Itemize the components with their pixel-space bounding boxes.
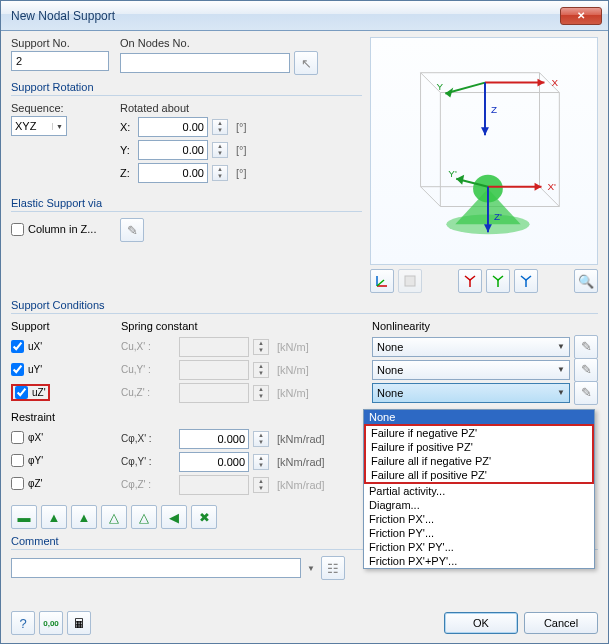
preview-toolbar: 🔍 <box>370 269 598 293</box>
cursor-icon: ↖ <box>301 57 312 70</box>
support-u-2-label: uZ' <box>32 387 46 398</box>
support-u-2-checkbox[interactable] <box>15 386 28 399</box>
on-nodes-input[interactable] <box>120 53 290 73</box>
support-header: Support <box>11 320 111 332</box>
chevron-down-icon[interactable]: ▼ <box>307 564 315 573</box>
rot-2-spinner[interactable]: ▲▼ <box>212 165 228 181</box>
support-no-input[interactable] <box>11 51 109 71</box>
spring-u-2-spinner: ▲▼ <box>253 385 269 401</box>
edit-icon: ✎ <box>581 363 592 376</box>
dialog-footer: ? 0,00 🖩 OK Cancel <box>11 611 598 635</box>
chevron-down-icon: ▼ <box>557 365 565 374</box>
support-u-0-checkbox[interactable] <box>11 340 24 353</box>
sequence-value: XYZ <box>15 120 36 132</box>
support-type-4-button[interactable]: △ <box>101 505 127 529</box>
dropdown-item-7[interactable]: Friction PX'... <box>364 512 594 526</box>
spring-phi-1-unit: [kNm/rad] <box>273 456 325 468</box>
spring-phi-1-label: Cφ,Y' : <box>121 456 175 467</box>
spring-phi-0-label: Cφ,X' : <box>121 433 175 444</box>
rot-1-input[interactable] <box>138 140 208 160</box>
nonlin-header: Nonlinearity <box>372 320 598 332</box>
cancel-button[interactable]: Cancel <box>524 612 598 634</box>
dropdown-item-3[interactable]: Failure all if negative PZ' <box>366 454 592 468</box>
magnifier-icon: 🔍 <box>578 275 594 288</box>
restraint-0-checkbox[interactable] <box>11 431 24 444</box>
restraint-2-checkbox[interactable] <box>11 477 24 490</box>
window-title: New Nodal Support <box>7 9 560 23</box>
rot-0-input[interactable] <box>138 117 208 137</box>
restraint-1-checkbox[interactable] <box>11 454 24 467</box>
view-cube-button[interactable] <box>398 269 422 293</box>
dropdown-item-8[interactable]: Friction PY'... <box>364 526 594 540</box>
nonlin-0-edit-button[interactable]: ✎ <box>574 335 598 359</box>
spring-u-0-input <box>179 337 249 357</box>
svg-rect-24 <box>405 276 415 286</box>
preview-3d[interactable]: X Y Z X' Y' <box>370 37 598 265</box>
view-y-button[interactable] <box>486 269 510 293</box>
close-button[interactable]: ✕ <box>560 7 602 25</box>
help-button[interactable]: ? <box>11 611 35 635</box>
view-axes-button[interactable] <box>370 269 394 293</box>
view-z-button[interactable] <box>514 269 538 293</box>
column-z-checkbox[interactable] <box>11 223 24 236</box>
restraint-header: Restraint <box>11 411 111 423</box>
spring-phi-2-spinner: ▲▼ <box>253 477 269 493</box>
ok-button[interactable]: OK <box>444 612 518 634</box>
nonlin-2-combo[interactable]: None▼ <box>372 383 570 403</box>
calculator-icon: 🖩 <box>73 617 86 630</box>
nonlin-1-edit-button[interactable]: ✎ <box>574 358 598 382</box>
spring-phi-0-spinner[interactable]: ▲▼ <box>253 431 269 447</box>
dialog-window: New Nodal Support ✕ Support No. On Nodes… <box>0 0 609 644</box>
elastic-edit-button[interactable]: ✎ <box>120 218 144 242</box>
nonlin-1-combo[interactable]: None▼ <box>372 360 570 380</box>
pick-nodes-button[interactable]: ↖ <box>294 51 318 75</box>
nonlinearity-dropdown-list[interactable]: NoneFailure if negative PZ'Failure if po… <box>363 409 595 569</box>
svg-marker-15 <box>456 175 464 185</box>
svg-marker-13 <box>535 183 542 191</box>
dropdown-item-10[interactable]: Friction PX'+PY'... <box>364 554 594 568</box>
comment-library-button[interactable]: ☷ <box>321 556 345 580</box>
spring-phi-2-label: Cφ,Z' : <box>121 479 175 490</box>
support-type-2-button[interactable]: ▲ <box>41 505 67 529</box>
spring-u-0-label: Cu,X' : <box>121 341 175 352</box>
restraint-1-label: φY' <box>28 455 43 466</box>
spring-phi-1-input[interactable] <box>179 452 249 472</box>
chevron-down-icon: ▼ <box>557 388 565 397</box>
rot-0-spinner[interactable]: ▲▼ <box>212 119 228 135</box>
support-type-5-button[interactable]: △ <box>131 505 157 529</box>
view-zoom-button[interactable]: 🔍 <box>574 269 598 293</box>
spring-phi-1-spinner[interactable]: ▲▼ <box>253 454 269 470</box>
view-x-button[interactable] <box>458 269 482 293</box>
spring-u-0-spinner: ▲▼ <box>253 339 269 355</box>
sequence-combo[interactable]: XYZ ▼ <box>11 116 67 136</box>
spring-u-1-label: Cu,Y' : <box>121 364 175 375</box>
support-type-3-button[interactable]: ▲ <box>71 505 97 529</box>
support-type-7-button[interactable]: ✖ <box>191 505 217 529</box>
spring-u-2-unit: [kN/m] <box>273 387 309 399</box>
dropdown-item-1[interactable]: Failure if negative PZ' <box>366 426 592 440</box>
dropdown-item-5[interactable]: Partial activity... <box>364 484 594 498</box>
spring-u-0-unit: [kN/m] <box>273 341 309 353</box>
nonlin-0-value: None <box>377 341 403 353</box>
rot-axis-label: Z: <box>120 167 134 179</box>
nonlin-2-edit-button[interactable]: ✎ <box>574 381 598 405</box>
dropdown-item-0[interactable]: None <box>364 410 594 424</box>
nonlin-0-combo[interactable]: None▼ <box>372 337 570 357</box>
units-button[interactable]: 0,00 <box>39 611 63 635</box>
dropdown-item-2[interactable]: Failure if positive PZ' <box>366 440 592 454</box>
on-nodes-label: On Nodes No. <box>120 37 362 49</box>
support-u-1-checkbox[interactable] <box>11 363 24 376</box>
spring-phi-0-input[interactable] <box>179 429 249 449</box>
dropdown-item-4[interactable]: Failure all if positive PZ' <box>366 468 592 482</box>
support-type-6-button[interactable]: ◀ <box>161 505 187 529</box>
rot-1-spinner[interactable]: ▲▼ <box>212 142 228 158</box>
calculator-button[interactable]: 🖩 <box>67 611 91 635</box>
rot-2-input[interactable] <box>138 163 208 183</box>
dropdown-item-6[interactable]: Diagram... <box>364 498 594 512</box>
comment-input[interactable] <box>11 558 301 578</box>
support-type-1-button[interactable]: ▬ <box>11 505 37 529</box>
dropdown-item-9[interactable]: Friction PX' PY'... <box>364 540 594 554</box>
rot-unit: [°] <box>232 121 247 133</box>
nonlin-1-value: None <box>377 364 403 376</box>
svg-text:Z': Z' <box>494 211 502 222</box>
